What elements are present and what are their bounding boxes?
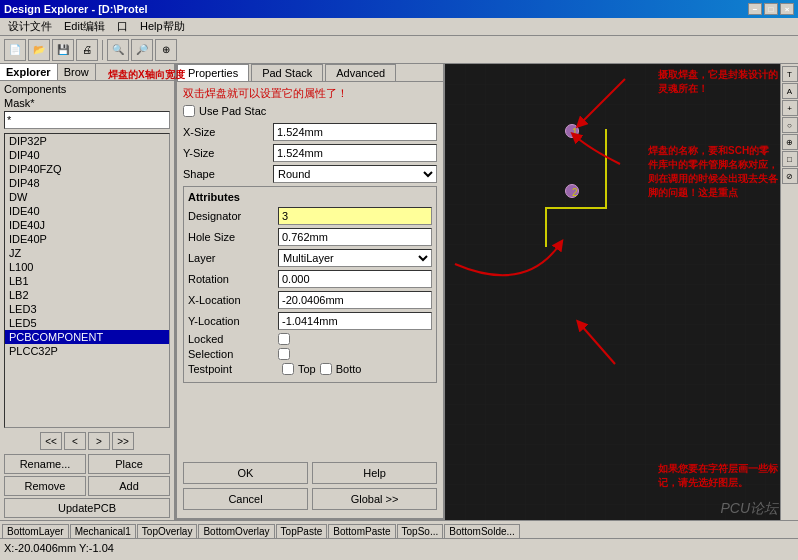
- testpoint-botto-checkbox[interactable]: [320, 363, 332, 375]
- list-item[interactable]: LED3: [5, 302, 169, 316]
- global-button[interactable]: Global >>: [312, 488, 437, 510]
- list-nav: << < > >>: [0, 430, 174, 452]
- tb-zoom-fit[interactable]: ⊕: [155, 39, 177, 61]
- locked-checkbox[interactable]: [278, 333, 290, 345]
- yloc-row: Y-Location: [188, 312, 432, 330]
- nav-last[interactable]: >>: [112, 432, 134, 450]
- tb-zoom-in[interactable]: 🔍: [107, 39, 129, 61]
- nav-next[interactable]: >: [88, 432, 110, 450]
- yloc-input[interactable]: [278, 312, 432, 330]
- list-item[interactable]: LED5: [5, 316, 169, 330]
- tb-new[interactable]: 📄: [4, 39, 26, 61]
- list-item[interactable]: DW: [5, 190, 169, 204]
- ann-xwidth: 焊盘的X轴向宽度: [108, 68, 185, 82]
- list-item[interactable]: JZ: [5, 246, 169, 260]
- layer-label: Layer: [188, 252, 278, 264]
- rt-btn-circle[interactable]: ○: [782, 117, 798, 133]
- ok-button[interactable]: OK: [183, 462, 308, 484]
- rt-btn-noentry[interactable]: ⊘: [782, 168, 798, 184]
- rt-btn-t[interactable]: T: [782, 66, 798, 82]
- pcb-line-horizontal: [545, 207, 605, 209]
- list-item[interactable]: PLCC32P: [5, 344, 169, 358]
- tab-advanced[interactable]: Advanced: [325, 64, 396, 81]
- xsize-input[interactable]: [273, 123, 437, 141]
- layer-select[interactable]: MultiLayer: [278, 249, 432, 267]
- mask-input[interactable]: [4, 111, 170, 129]
- tab-bottomlayer[interactable]: BottomLayer: [2, 524, 69, 538]
- designator-input[interactable]: [278, 207, 432, 225]
- holesize-label: Hole Size: [188, 231, 278, 243]
- maximize-button[interactable]: □: [764, 3, 778, 15]
- component-list[interactable]: DIP32P DIP40 DIP40FZQ DIP48 DW IDE40 IDE…: [4, 133, 170, 428]
- cancel-button[interactable]: Cancel: [183, 488, 308, 510]
- help-button[interactable]: Help: [312, 462, 437, 484]
- list-item[interactable]: IDE40: [5, 204, 169, 218]
- tb-zoom-out[interactable]: 🔎: [131, 39, 153, 61]
- dialog-annotation: 双击焊盘就可以设置它的属性了！: [183, 86, 437, 101]
- menu-edit[interactable]: Edit编辑: [58, 18, 111, 35]
- list-item[interactable]: LB2: [5, 288, 169, 302]
- top-label: Top: [298, 363, 316, 375]
- tab-padstack[interactable]: Pad Stack: [251, 64, 323, 81]
- tab-browse[interactable]: Brow: [58, 64, 96, 80]
- pcb-line-vertical2: [545, 207, 547, 247]
- menu-window[interactable]: 口: [111, 18, 134, 35]
- holesize-input[interactable]: [278, 228, 432, 246]
- yloc-label: Y-Location: [188, 315, 278, 327]
- holesize-row: Hole Size: [188, 228, 432, 246]
- rename-button[interactable]: Rename...: [4, 454, 86, 474]
- main-toolbar: 📄 📂 💾 🖨 🔍 🔎 ⊕: [0, 36, 798, 64]
- rt-btn-crosshair[interactable]: ⊕: [782, 134, 798, 150]
- rt-btn-plus[interactable]: +: [782, 100, 798, 116]
- use-pad-stac-label: Use Pad Stac: [199, 105, 266, 117]
- mask-label: Mask*: [4, 97, 170, 109]
- place-button[interactable]: Place: [88, 454, 170, 474]
- ann-pad-name: 焊盘的名称，要和SCH的零件库中的零件管脚名称对应，则在调用的时候会出现去失各脚…: [648, 144, 778, 200]
- testpoint-top-checkbox[interactable]: [282, 363, 294, 375]
- tab-properties[interactable]: Properties: [177, 64, 249, 81]
- tab-toppaste[interactable]: TopPaste: [276, 524, 328, 538]
- selection-checkbox[interactable]: [278, 348, 290, 360]
- list-item[interactable]: IDE40J: [5, 218, 169, 232]
- remove-button[interactable]: Remove: [4, 476, 86, 496]
- list-item-selected[interactable]: PCBCOMPONENT: [5, 330, 169, 344]
- tab-mechanical1[interactable]: Mechanical1: [70, 524, 136, 538]
- status-bar: X:-20.0406mm Y:-1.04: [0, 538, 798, 556]
- list-item[interactable]: DIP32P: [5, 134, 169, 148]
- use-pad-stac-checkbox[interactable]: [183, 105, 195, 117]
- tab-explorer[interactable]: Explorer: [0, 64, 58, 80]
- updatepcb-button[interactable]: UpdatePCB: [4, 498, 170, 518]
- list-item[interactable]: DIP40: [5, 148, 169, 162]
- list-item[interactable]: IDE40P: [5, 232, 169, 246]
- xsize-row: X-Size: [183, 123, 437, 141]
- menu-help[interactable]: Help帮助: [134, 18, 191, 35]
- tb-open[interactable]: 📂: [28, 39, 50, 61]
- xloc-input[interactable]: [278, 291, 432, 309]
- ann-layer-draw: 如果您要在字符层画一些标记，请先选好图层。: [658, 462, 778, 490]
- list-item[interactable]: DIP40FZQ: [5, 162, 169, 176]
- xloc-row: X-Location: [188, 291, 432, 309]
- ysize-input[interactable]: [273, 144, 437, 162]
- nav-prev[interactable]: <: [64, 432, 86, 450]
- add-button[interactable]: Add: [88, 476, 170, 496]
- tab-topoverlay[interactable]: TopOverlay: [137, 524, 198, 538]
- tab-bottomsolde[interactable]: BottomSolde...: [444, 524, 520, 538]
- close-button[interactable]: ×: [780, 3, 794, 15]
- list-item[interactable]: DIP48: [5, 176, 169, 190]
- rotation-input[interactable]: [278, 270, 432, 288]
- pcb-grid-svg: [445, 64, 780, 520]
- list-item[interactable]: LB1: [5, 274, 169, 288]
- tab-bottomoverlay[interactable]: BottomOverlay: [198, 524, 274, 538]
- tab-topso[interactable]: TopSo...: [397, 524, 444, 538]
- shape-select[interactable]: Round: [273, 165, 437, 183]
- menu-file[interactable]: 设计文件: [2, 18, 58, 35]
- nav-first[interactable]: <<: [40, 432, 62, 450]
- tb-print[interactable]: 🖨: [76, 39, 98, 61]
- rt-btn-square[interactable]: □: [782, 151, 798, 167]
- minimize-button[interactable]: −: [748, 3, 762, 15]
- tb-save[interactable]: 💾: [52, 39, 74, 61]
- rt-btn-a[interactable]: A: [782, 83, 798, 99]
- tab-bottompaste[interactable]: BottomPaste: [328, 524, 395, 538]
- list-item[interactable]: L100: [5, 260, 169, 274]
- main-layout: Explorer Brow 焊盘的X轴向宽度 Components Mask* …: [0, 64, 798, 520]
